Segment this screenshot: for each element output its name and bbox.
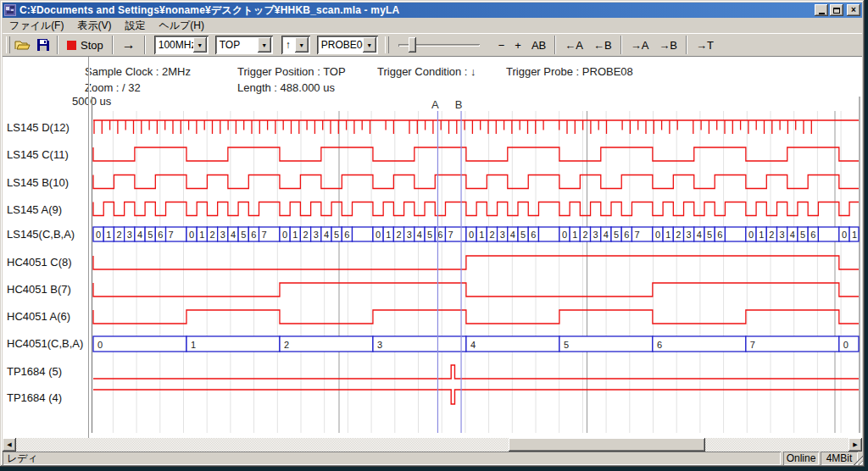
channel-wave-7 xyxy=(93,310,859,324)
svg-text:6: 6 xyxy=(531,230,536,240)
svg-text:6: 6 xyxy=(624,230,629,240)
channel-wave-4: 0123456701234567012345601234567012345601… xyxy=(93,227,859,241)
svg-text:4: 4 xyxy=(417,230,422,240)
minimize-icon xyxy=(819,13,825,14)
window-title: C:¥Documents and Settings¥noname¥デスクトップ¥… xyxy=(19,3,813,18)
trigger-probe-readout: Trigger Probe : PROBE08 xyxy=(506,65,633,78)
channel-wave-8: 012345670 xyxy=(93,336,859,352)
length-readout: Length : 488.000 us xyxy=(237,81,335,94)
maximize-icon xyxy=(833,8,840,14)
open-file-button[interactable] xyxy=(13,36,33,54)
cursor-b-label: B xyxy=(455,98,463,111)
trigger-edge-combo[interactable]: ↑ ▼ xyxy=(281,36,310,54)
svg-text:7: 7 xyxy=(750,340,755,350)
stop-button[interactable]: Stop xyxy=(62,36,108,54)
svg-text:4: 4 xyxy=(324,230,329,240)
svg-text:0: 0 xyxy=(843,340,849,350)
minimize-button[interactable] xyxy=(815,4,828,16)
svg-text:1: 1 xyxy=(292,230,298,240)
svg-text:2: 2 xyxy=(769,230,774,240)
svg-text:0: 0 xyxy=(562,230,567,240)
svg-text:6: 6 xyxy=(717,230,722,240)
goto-cursor-b-right-button[interactable]: →B xyxy=(654,36,682,54)
zoom-in-button[interactable]: + xyxy=(509,36,526,54)
svg-text:4: 4 xyxy=(790,230,795,240)
menu-help[interactable]: ヘルプ(H) xyxy=(152,18,211,34)
zoom-slider[interactable] xyxy=(397,36,481,54)
status-message: レディ xyxy=(3,452,781,465)
status-memory-badge: 4MBit xyxy=(821,452,858,465)
chevron-down-icon[interactable]: ▼ xyxy=(193,37,207,53)
svg-text:1: 1 xyxy=(852,230,857,240)
svg-text:3: 3 xyxy=(377,340,382,350)
svg-text:3: 3 xyxy=(500,230,505,240)
toolbar-gripper[interactable] xyxy=(385,36,389,53)
trigger-probe-combo[interactable]: PROBE00 ▼ xyxy=(317,36,378,54)
svg-text:1: 1 xyxy=(572,230,577,240)
svg-text:3: 3 xyxy=(780,230,785,240)
svg-text:0: 0 xyxy=(842,230,847,240)
hscrollbar-track[interactable] xyxy=(3,438,862,452)
svg-text:1: 1 xyxy=(479,230,484,240)
goto-cursor-b-left-button[interactable]: ←B xyxy=(588,36,617,54)
menu-file[interactable]: ファイル(F) xyxy=(3,18,70,34)
svg-text:5: 5 xyxy=(707,230,712,240)
svg-text:1: 1 xyxy=(665,230,670,240)
svg-text:4: 4 xyxy=(510,230,515,240)
menu-settings[interactable]: 設定 xyxy=(118,18,152,34)
svg-text:0: 0 xyxy=(655,230,660,240)
cursor-b[interactable]: B xyxy=(455,98,463,433)
zoom-out-button[interactable]: − xyxy=(493,36,510,54)
trigger-position-readout: Trigger Position : TOP xyxy=(237,65,346,78)
hscrollbar-right-arrow-icon[interactable]: ▶ xyxy=(849,438,862,452)
svg-text:5: 5 xyxy=(614,230,619,240)
svg-text:0: 0 xyxy=(469,230,474,240)
toolbar-separator xyxy=(57,36,58,54)
titlebar[interactable]: C:¥Documents and Settings¥noname¥デスクトップ¥… xyxy=(3,3,862,18)
stop-icon xyxy=(67,41,76,50)
svg-text:4: 4 xyxy=(604,230,609,240)
svg-text:0: 0 xyxy=(96,230,101,240)
channel-wave-9 xyxy=(93,365,859,379)
chevron-down-icon[interactable]: ▼ xyxy=(295,37,309,53)
slider-thumb[interactable] xyxy=(409,37,416,53)
svg-text:2: 2 xyxy=(116,230,121,240)
grid xyxy=(113,111,841,433)
hscrollbar-thumb[interactable] xyxy=(509,438,705,452)
trigger-position-combo[interactable]: TOP ▼ xyxy=(215,36,273,54)
sample-clock-combo[interactable]: 100MHz ▼ xyxy=(154,36,209,54)
waveform-plot[interactable]: 0123456701234567012345601234567012345601… xyxy=(88,93,861,434)
toolbar: Stop → 100MHz ▼ TOP ▼ ↑ ▼ PROBE00 ▼ − + … xyxy=(3,33,862,56)
run-button[interactable]: → xyxy=(117,36,141,54)
save-button[interactable] xyxy=(33,36,53,54)
goto-trigger-button[interactable]: →T xyxy=(691,36,719,54)
hscrollbar-left-arrow-icon[interactable]: ◀ xyxy=(3,438,16,452)
svg-text:7: 7 xyxy=(262,230,267,240)
svg-text:2: 2 xyxy=(489,230,494,240)
channel-wave-5 xyxy=(93,256,859,269)
svg-text:1: 1 xyxy=(199,230,204,240)
maximize-button[interactable] xyxy=(830,4,843,16)
svg-text:2: 2 xyxy=(676,230,681,240)
svg-text:5: 5 xyxy=(800,230,805,240)
menu-view[interactable]: 表示(V) xyxy=(70,18,118,34)
svg-text:1: 1 xyxy=(759,230,764,240)
svg-text:1: 1 xyxy=(191,340,196,350)
chevron-down-icon[interactable]: ▼ xyxy=(258,37,271,53)
svg-text:7: 7 xyxy=(448,230,453,240)
goto-cursor-a-left-button[interactable]: ←A xyxy=(559,36,588,54)
save-floppy-icon xyxy=(36,38,50,52)
svg-text:4: 4 xyxy=(697,230,702,240)
channel-wave-2 xyxy=(93,175,859,189)
toolbar-gripper[interactable] xyxy=(6,36,10,53)
svg-text:7: 7 xyxy=(169,230,174,240)
channel-wave-0 xyxy=(93,120,859,134)
svg-text:3: 3 xyxy=(593,230,598,240)
cursor-a[interactable]: A xyxy=(431,98,439,433)
goto-cursor-a-right-button[interactable]: →A xyxy=(626,36,654,54)
channel-wave-6 xyxy=(93,283,859,296)
svg-text:3: 3 xyxy=(127,230,132,240)
zoom-ab-button[interactable]: AB xyxy=(526,36,551,54)
close-button[interactable]: × xyxy=(847,4,860,16)
chevron-down-icon[interactable]: ▼ xyxy=(363,37,376,53)
